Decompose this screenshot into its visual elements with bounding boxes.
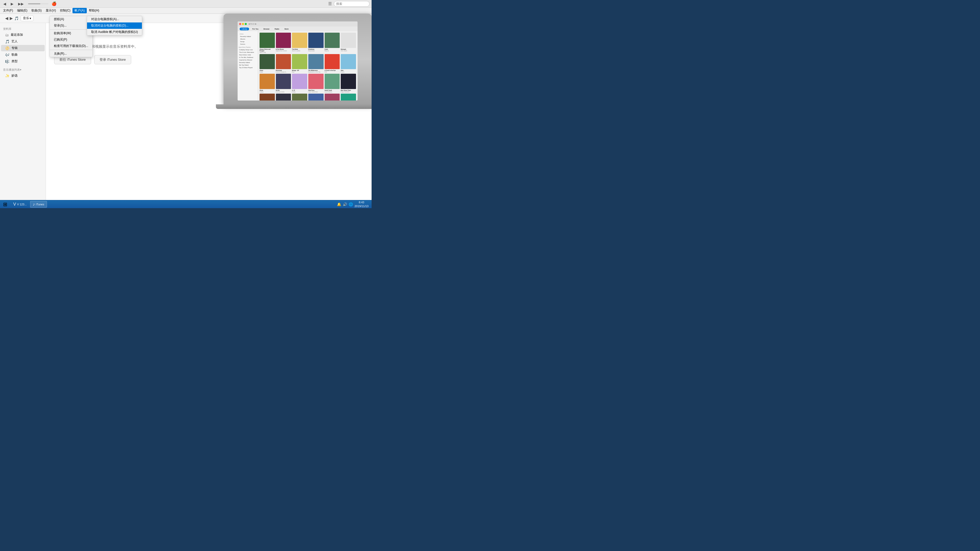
sidebar-forward-btn[interactable]: ▶ (10, 16, 13, 21)
album-artist: Kelley (292, 91, 307, 93)
taskbar-app-itunes[interactable]: ♪ iTunes (30, 201, 47, 208)
album-cover (276, 94, 291, 100)
network-icon[interactable]: 🌐 (348, 202, 353, 206)
notification-icon[interactable]: 🔔 (337, 202, 341, 206)
mini-pl-weezer: Inspired by Weezer (238, 59, 258, 61)
menu-edit[interactable]: 编辑(E) (15, 8, 29, 13)
sidebar-item-genres[interactable]: 🎼 类型 (1, 58, 45, 65)
music-selector-label: 音乐 (23, 16, 29, 21)
album-cover (292, 94, 307, 100)
macbook-base (216, 104, 372, 109)
genius-icon: ✨ (5, 74, 10, 78)
itunes-album-item: Album 6Artist 6 (341, 94, 356, 100)
dropdown-authorize[interactable]: 授权(A) (50, 16, 92, 22)
sidebar-back-btn[interactable]: ◀ (5, 16, 8, 21)
itunes-album-item: The WildernessExplosions in the Sky (308, 54, 324, 73)
sidebar-item-genius[interactable]: ✨ 妙选 (1, 73, 45, 79)
album-cover (325, 54, 340, 69)
album-artist: Local Natives (325, 91, 340, 93)
deauth-this-computer[interactable]: 取消对这台电脑的授权(D)... (87, 22, 142, 29)
mini-tab-store: Store (282, 27, 291, 30)
mini-max-btn (245, 23, 247, 25)
search-input[interactable] (334, 1, 369, 6)
album-cover (308, 74, 324, 89)
itunes-mini-body: Library Recently Added Albums Songs Genr… (238, 31, 358, 100)
taskbar-right: 🔔 🔊 🌐 8:43 2019/11/13 (335, 200, 371, 208)
album-cover (325, 33, 340, 48)
sidebar-item-label: 专辑 (11, 46, 18, 50)
macbook-illustration: ◀ Music ▶ Library For You Browse Radio S… (224, 14, 372, 126)
login-store-button[interactable]: 登录 iTunes Store (94, 55, 131, 64)
mini-si-recently: Recently Added (239, 35, 257, 38)
dropdown-signin[interactable]: 登录(S)... (50, 22, 92, 29)
taskbar-app-v123[interactable]: V V 123... (11, 201, 30, 208)
album-artist: Lake Street Dive (308, 91, 324, 93)
sidebar-item-artists[interactable]: 🎵 艺人 (1, 38, 45, 44)
auth-this-computer[interactable]: 对这台电脑授权(A)... (87, 16, 142, 22)
itunes-mini-titlebar: ◀ Music ▶ (238, 21, 358, 27)
itunes-album-item: Album 5Artist 5 (325, 94, 340, 100)
play-button[interactable]: ▶ (10, 1, 15, 6)
album-cover (292, 33, 307, 48)
mini-pl-toprated: My Top Rated (238, 64, 258, 66)
menu-songs[interactable]: 歌曲(S) (29, 8, 44, 13)
menu-file[interactable]: 文件(F) (1, 8, 15, 13)
dropdown-redeem[interactable]: 兑换(R)... (50, 51, 92, 57)
album-cover (308, 33, 324, 48)
menu-view[interactable]: 显示(V) (44, 8, 58, 13)
itunes-album-item: In Our BonesAgainst the Current (276, 33, 291, 53)
album-cover (259, 33, 275, 48)
album-cover (259, 74, 275, 89)
itunes-album-grid: Always Strive and ProsperA$AP FergIn Our… (259, 33, 356, 100)
itunes-sidebar-library: Library Recently Added Albums Songs Genr… (238, 32, 258, 46)
forward-button[interactable]: ▶▶ (17, 1, 25, 6)
album-cover (276, 74, 291, 89)
mini-pl-top25: Top 25 Most Played (238, 66, 258, 69)
itunes-album-item: Oh NoGaming Carnie (276, 74, 291, 93)
album-cover (341, 94, 356, 100)
album-cover (308, 54, 324, 69)
dropdown-wishlist[interactable]: 欲购清单(W) (50, 30, 92, 37)
itunes-album-item: ViewsDrake (259, 54, 275, 73)
volume-icon[interactable]: 🔊 (343, 202, 347, 206)
album-artist: Bassnectar (308, 50, 324, 52)
album-artist: Gaming Carnie (276, 91, 291, 93)
back-button[interactable]: ◀ (2, 1, 7, 6)
sidebar-section-library: 资料库 🗂 最近添加 🎵 艺人 📀 专辑 🎶 歌曲 🎼 类型 (0, 25, 46, 66)
menu-control[interactable]: 控制(C) (58, 8, 73, 13)
recently-added-icon: 🗂 (5, 33, 9, 37)
dropdown-check-downloads[interactable]: 检查可用的下载项目(D)... (50, 43, 92, 49)
account-dropdown: 授权(A) 登录(S)... 欲购清单(W) 已购买(P) 检查可用的下载项目(… (49, 16, 93, 57)
mini-tab-browse: Browse (262, 27, 272, 30)
deauth-audible[interactable]: 取消 Audible 帐户对电脑的授权(U) (87, 29, 142, 35)
itunes-album-item: Mumford & SonsThe Very Best (259, 94, 275, 100)
taskbar-start-button[interactable]: ⊞ (1, 201, 10, 208)
itunes-album-item: PrimitivesBassnectar (308, 33, 324, 53)
album-artist: Drake (259, 71, 275, 73)
hamburger-button[interactable]: ☰ (328, 1, 332, 6)
taskbar: ⊞ V V 123... ♪ iTunes 🔔 🔊 🌐 8:43 2019/11… (0, 200, 372, 208)
itunes-album-item: PersonalsEdward Sharpe & ... (276, 54, 291, 73)
clock-time: 8:43 (355, 200, 369, 204)
sidebar-nav: ◀ ▶ 🎵 音乐 ▾ (5, 15, 33, 21)
itunes-album-item: OliviaGalazy (259, 74, 275, 93)
album-artist: Baynne (325, 50, 340, 52)
itunes-album-item: A / RKelley (292, 74, 307, 93)
album-artist: Flume (341, 71, 356, 73)
sidebar: 资料库 🗂 最近添加 🎵 艺人 📀 专辑 🎶 歌曲 🎼 类型 (0, 23, 46, 200)
sidebar-playlists-heading[interactable]: 音乐播放列表▾ (0, 67, 46, 72)
mini-pl-coldplay: Coldplay Deep Cuts (238, 48, 258, 51)
genres-icon: 🎼 (5, 59, 10, 64)
music-selector[interactable]: 音乐 ▾ (21, 15, 33, 21)
album-cover (276, 54, 291, 69)
itunes-album-item: RAUnknown (276, 94, 291, 100)
sidebar-section-playlists: 音乐播放列表▾ ✨ 妙选 (0, 66, 46, 80)
sidebar-item-recently-added[interactable]: 🗂 最近添加 (1, 32, 45, 38)
menu-help[interactable]: 帮助(H) (87, 8, 101, 13)
clock-date: 2019/11/13 (355, 204, 369, 208)
dropdown-purchased[interactable]: 已购买(P) (50, 37, 92, 43)
sidebar-item-songs[interactable]: 🎶 歌曲 (1, 52, 45, 58)
sidebar-item-label: 歌曲 (11, 52, 18, 57)
sidebar-item-albums[interactable]: 📀 专辑 (1, 45, 45, 51)
menu-account[interactable]: 帐户(A) (73, 8, 87, 13)
